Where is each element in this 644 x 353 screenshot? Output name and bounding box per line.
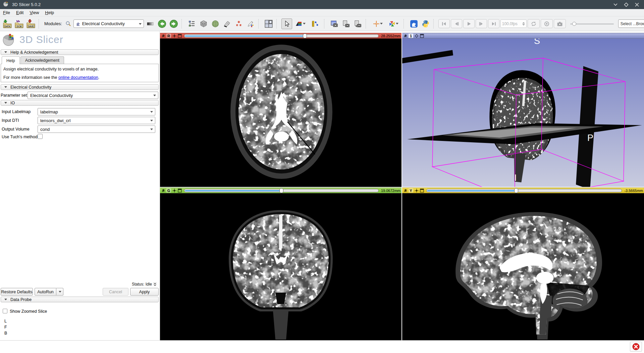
yellow-slice-slider[interactable]	[426, 188, 622, 193]
show-zoomed-slice-checkbox[interactable]	[3, 309, 7, 313]
close-button[interactable]	[634, 2, 640, 8]
module-selector[interactable]: Electrical Conductivity	[73, 19, 144, 28]
slider-handle[interactable]	[279, 188, 283, 193]
slider-track	[570, 23, 614, 24]
maximize-button[interactable]	[623, 2, 629, 8]
crosshair-icon	[373, 20, 380, 27]
online-documentation-link[interactable]: online documentation	[58, 75, 98, 80]
pinwheel-button[interactable]	[386, 18, 401, 29]
red-slice-slider[interactable]	[184, 34, 379, 38]
module-back-button[interactable]	[157, 18, 167, 29]
screenshot-button[interactable]	[329, 18, 340, 29]
data-module-button[interactable]	[198, 18, 209, 29]
output-volume-selector[interactable]: cond	[38, 125, 155, 133]
menu-edit[interactable]: Edit	[13, 9, 26, 16]
mouse-interaction-button[interactable]	[281, 18, 292, 29]
menu-help[interactable]: Help	[42, 9, 57, 16]
extensions-manager-button[interactable]	[409, 18, 419, 29]
pin-icon[interactable]	[403, 34, 408, 38]
step-forward-icon	[479, 21, 484, 26]
module-search-button[interactable]	[64, 18, 72, 29]
window-level-button[interactable]	[293, 18, 308, 29]
parameter-set-label: Parameter set:	[1, 93, 28, 98]
seek-last-button[interactable]	[488, 19, 499, 28]
module-history-icon	[147, 21, 154, 26]
python-console-button[interactable]	[420, 18, 431, 29]
input-dti-selector[interactable]: tensors_dwi_crl	[38, 117, 155, 124]
menu-file[interactable]: File	[0, 9, 13, 16]
slice-menu-icon[interactable]	[420, 188, 424, 193]
slice-visibility-icon[interactable]	[414, 188, 419, 193]
use-tuch-label: Use Tuch's method	[2, 135, 38, 139]
tab-acknowledgement[interactable]: Acknowledgement	[20, 56, 64, 64]
module-history-button[interactable]	[145, 18, 156, 29]
sagittal-slice-image[interactable]	[402, 193, 644, 340]
scene-view-restore-button[interactable]	[353, 18, 363, 29]
axial-slice-image[interactable]	[160, 39, 401, 187]
load-data-button[interactable]: DATA	[2, 18, 13, 29]
threeD-scene[interactable]: S P I	[402, 39, 644, 187]
layout-selector-button[interactable]	[263, 18, 274, 29]
section-electrical-conductivity[interactable]: Electrical Conductivity	[1, 84, 159, 90]
section-help-acknowledgement[interactable]: Help & Acknowledgement	[1, 49, 159, 55]
volumes-module-button[interactable]	[210, 18, 221, 29]
spin-view-icon[interactable]	[414, 34, 419, 38]
play-button[interactable]	[463, 19, 475, 28]
input-labelmap-selector[interactable]: labelmap	[38, 108, 155, 115]
record-button[interactable]	[541, 19, 553, 28]
use-tuch-checkbox[interactable]	[38, 134, 43, 139]
step-forward-button[interactable]	[476, 19, 487, 28]
section-title: Electrical Conductivity	[10, 85, 51, 90]
markups-ruler-button[interactable]	[309, 18, 322, 29]
transforms-module-button[interactable]	[245, 18, 256, 29]
slider-handle[interactable]	[514, 188, 518, 193]
tab-help[interactable]: Help	[2, 56, 20, 64]
pin-icon[interactable]	[161, 34, 165, 38]
step-backward-button[interactable]	[451, 19, 462, 28]
slice-menu-icon[interactable]	[177, 188, 182, 193]
apply-button[interactable]: Apply	[130, 288, 159, 296]
parameter-set-selector[interactable]: Electrical Conductivity	[28, 92, 158, 99]
fps-spinbox[interactable]: 100.0fps	[500, 19, 527, 28]
menu-view[interactable]: View	[26, 9, 42, 16]
coronal-slice-image[interactable]	[160, 193, 401, 340]
axis-label-posterior: P	[587, 133, 593, 143]
record-icon	[544, 21, 549, 27]
cancel-button[interactable]: Cancel	[103, 288, 128, 296]
seek-first-button[interactable]	[438, 19, 450, 28]
slider-handle[interactable]	[572, 22, 576, 26]
view-menu-icon[interactable]	[420, 34, 424, 38]
slice-menu-icon[interactable]	[177, 34, 182, 38]
section-data-probe[interactable]: Data Probe	[1, 297, 159, 302]
minimize-button[interactable]	[612, 2, 619, 8]
spin-arrows-icon	[522, 22, 525, 26]
scene-view-add-button[interactable]	[341, 18, 352, 29]
crosshair-button[interactable]	[371, 18, 385, 29]
load-dicom-button[interactable]: DCM	[14, 18, 24, 29]
autorun-button[interactable]: AutoRun	[35, 288, 63, 296]
pin-icon[interactable]	[403, 188, 408, 193]
green-slice-offset: 19.0672mm	[381, 189, 400, 193]
section-io[interactable]: IO	[1, 100, 159, 106]
slice-visibility-icon[interactable]	[172, 34, 176, 38]
loop-button[interactable]	[528, 19, 540, 28]
svg-text:DCM: DCM	[17, 25, 22, 27]
double-chevron-down-icon[interactable]	[153, 283, 157, 286]
autorun-dropdown[interactable]	[56, 288, 63, 296]
snapshot-button[interactable]	[554, 19, 566, 28]
sequence-browser-selector[interactable]: Select ...Browser	[618, 19, 644, 28]
slider-handle[interactable]	[303, 34, 307, 38]
sequence-slider[interactable]	[570, 20, 614, 27]
subject-hierarchy-button[interactable]	[186, 18, 197, 29]
pin-icon[interactable]	[161, 188, 165, 193]
models-module-button[interactable]	[222, 18, 232, 29]
annotations-module-button[interactable]	[233, 18, 244, 29]
save-button[interactable]: SAVE	[25, 18, 36, 29]
module-forward-button[interactable]	[168, 18, 179, 29]
green-slice-slider[interactable]	[184, 188, 379, 193]
error-log-button[interactable]	[630, 342, 642, 352]
threeD-view-controller: 1	[402, 33, 644, 39]
slice-visibility-icon[interactable]	[172, 188, 176, 193]
probe-row-l: L	[4, 319, 7, 323]
restore-defaults-button[interactable]: Restore Defaults	[1, 288, 33, 296]
